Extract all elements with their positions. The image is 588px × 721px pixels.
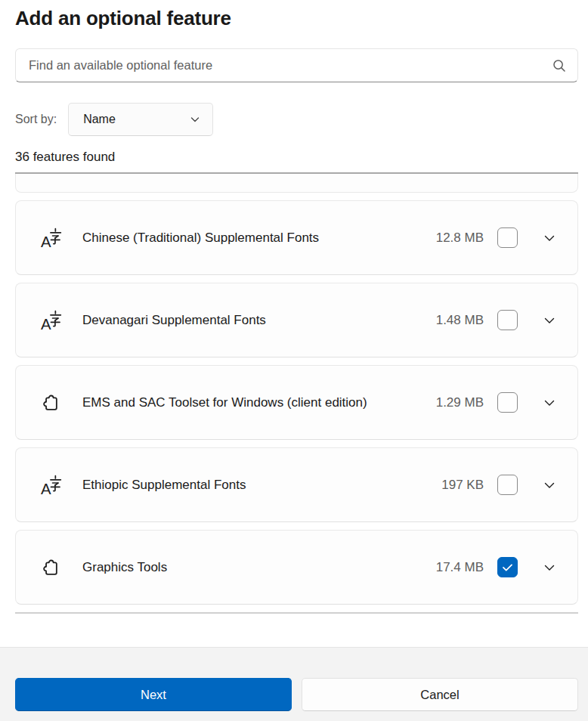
feature-row[interactable]: A Chinese (Traditional) Supplemental Fon…	[15, 200, 578, 275]
cancel-button[interactable]: Cancel	[302, 678, 578, 711]
svg-text:A: A	[41, 315, 51, 331]
sort-dropdown-value: Name	[83, 113, 116, 126]
search-icon	[552, 58, 567, 73]
feature-row[interactable]: A Ethiopic Supplemental Fonts 197 KB	[15, 447, 578, 522]
feature-row-partial[interactable]	[15, 174, 578, 193]
feature-checkbox-unchecked[interactable]	[497, 310, 518, 330]
feature-checkbox-unchecked[interactable]	[497, 227, 518, 248]
footer-bar: Next Cancel	[0, 647, 588, 721]
language-fonts-icon: A	[40, 227, 63, 249]
feature-name: Graphics Tools	[82, 557, 424, 577]
puzzle-icon	[40, 391, 63, 414]
search-box[interactable]	[15, 48, 578, 82]
feature-row[interactable]: EMS and SAC Toolset for Windows (client …	[15, 365, 578, 440]
chevron-down-icon	[190, 114, 200, 125]
next-button[interactable]: Next	[15, 678, 292, 711]
feature-checkbox-unchecked[interactable]	[497, 392, 518, 413]
chevron-down-icon[interactable]	[543, 478, 556, 492]
page-title: Add an optional feature	[15, 6, 573, 30]
chevron-down-icon[interactable]	[543, 314, 556, 327]
language-fonts-icon: A	[40, 309, 63, 332]
feature-name: EMS and SAC Toolset for Windows (client …	[82, 392, 424, 413]
feature-row[interactable]: A Devanagari Supplemental Fonts 1.48 MB	[15, 283, 578, 357]
feature-row[interactable]: Graphics Tools 17.4 MB	[15, 530, 578, 605]
list-bottom-divider	[15, 612, 578, 614]
sort-dropdown[interactable]: Name	[68, 103, 213, 136]
puzzle-icon	[40, 556, 63, 579]
svg-text:A: A	[41, 480, 51, 496]
feature-size: 17.4 MB	[436, 560, 484, 575]
feature-list: A Chinese (Traditional) Supplemental Fon…	[15, 172, 578, 614]
chevron-down-icon[interactable]	[543, 396, 556, 410]
sort-by-label: Sort by:	[15, 113, 57, 126]
add-optional-feature-dialog: Add an optional feature Sort by: Name 36…	[0, 6, 588, 721]
feature-size: 12.8 MB	[436, 231, 484, 246]
feature-checkbox-checked[interactable]	[497, 557, 518, 577]
language-fonts-icon: A	[40, 474, 63, 497]
chevron-down-icon[interactable]	[543, 231, 556, 245]
sort-row: Sort by: Name	[15, 103, 573, 136]
feature-size: 197 KB	[441, 478, 484, 493]
feature-name: Ethiopic Supplemental Fonts	[82, 475, 424, 495]
search-input[interactable]	[29, 58, 544, 73]
chevron-down-icon[interactable]	[543, 561, 556, 574]
feature-size: 1.48 MB	[436, 313, 484, 328]
svg-text:A: A	[41, 233, 51, 249]
feature-checkbox-unchecked[interactable]	[497, 475, 518, 495]
feature-name: Chinese (Traditional) Supplemental Fonts	[82, 227, 424, 248]
results-count: 36 features found	[15, 150, 573, 165]
feature-name: Devanagari Supplemental Fonts	[82, 310, 424, 330]
feature-size: 1.29 MB	[436, 395, 484, 410]
